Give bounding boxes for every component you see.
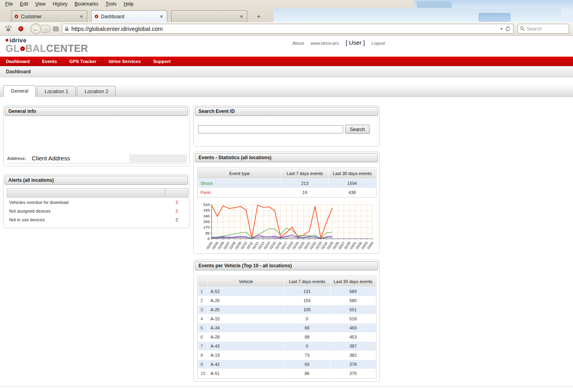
svg-text:0: 0 xyxy=(208,236,210,241)
table-row: 7A-430387 xyxy=(198,342,376,350)
forward-button[interactable]: → xyxy=(41,25,51,33)
nav-support[interactable]: Support xyxy=(147,57,176,66)
tab-favicon-icon xyxy=(95,15,98,18)
reload-icon[interactable] xyxy=(505,26,511,32)
menu-history[interactable]: History xyxy=(49,0,71,8)
address-value: Client Address xyxy=(32,155,129,162)
tab-general[interactable]: General xyxy=(3,85,36,97)
nav-dashboard[interactable]: Dashboard xyxy=(0,57,36,66)
nav-events[interactable]: Events xyxy=(36,57,63,66)
alerts-table: Vehicles overdue for download3Not assign… xyxy=(6,188,189,224)
event-id-input[interactable] xyxy=(198,125,343,133)
url-text[interactable]: https://globalcenter.idriveglobal.com xyxy=(71,26,498,32)
tab-close-icon[interactable]: × xyxy=(239,13,244,19)
browser-tabs: Customer×Dashboard××+ xyxy=(0,9,264,22)
svg-text:85: 85 xyxy=(205,231,210,235)
nav-idrive-services[interactable]: Idrive Services xyxy=(102,57,147,66)
column-header xyxy=(165,188,188,198)
svg-text:170: 170 xyxy=(203,225,210,229)
alerts-panel: Alerts (all locations) Vehicles overdue … xyxy=(3,174,189,228)
panel-title: General info xyxy=(5,107,188,116)
logo-ring-icon xyxy=(20,46,25,51)
site-logo[interactable]: idrive GL BAL CENTER xyxy=(6,37,88,54)
background-window xyxy=(273,8,573,22)
logo-text-gl: GL xyxy=(6,43,20,54)
statistics-table: Event typeLast 7 days eventsLast 30 days… xyxy=(197,167,376,198)
tab-close-icon[interactable]: × xyxy=(79,13,84,19)
header-link-logout[interactable]: Logout xyxy=(372,41,385,46)
alerts-tbody: Vehicles overdue for download3Not assign… xyxy=(7,198,188,224)
table-row: 9A-4269378 xyxy=(198,360,376,369)
main-nav: DashboardEventsGPS TrackerIdrive Service… xyxy=(0,57,573,66)
column-header: Vehicle xyxy=(208,276,284,287)
panel-title: Alerts (all locations) xyxy=(5,176,188,185)
back-button[interactable]: ← xyxy=(31,23,41,34)
stats-head-row: Event typeLast 7 days eventsLast 30 days… xyxy=(198,168,376,179)
column-header: Last 30 days events xyxy=(329,168,376,179)
column-header xyxy=(198,276,208,287)
panel-title: Events - Statistics (all locations) xyxy=(195,153,378,162)
header-links: Aboutwww.idrive.pro[ User ]Logout xyxy=(292,39,385,46)
column-header: Event type xyxy=(198,168,281,179)
column-header: Last 30 days events xyxy=(330,276,376,287)
browser-chrome: FileEditViewHistoryBookmarksToolsHelp Cu… xyxy=(0,0,573,36)
background-window xyxy=(561,9,573,22)
breadcrumb: Dashboard xyxy=(0,66,573,77)
stats-row: Panic19438 xyxy=(198,188,376,197)
tab-title: Dashboard xyxy=(101,14,159,19)
navigation-toolbar: ← → https://globalcenter.idriveglobal.co… xyxy=(0,22,573,36)
new-tab-button[interactable]: + xyxy=(254,13,264,21)
vehicle-head-row: VehicleLast 7 days eventsLast 30 days ev… xyxy=(198,276,376,287)
panel-title: Events per Vehicle (Top 10 - all locatio… xyxy=(195,261,378,270)
logo-globalcenter: GL BAL CENTER xyxy=(6,43,88,54)
table-row: 6A-2888453 xyxy=(198,333,376,341)
menu-help[interactable]: Help xyxy=(120,0,137,8)
menu-file[interactable]: File xyxy=(2,0,16,8)
general-info-panel: General info Address: Client Address xyxy=(3,105,189,166)
menu-bookmarks[interactable]: Bookmarks xyxy=(71,0,102,8)
table-row: 2A-26155580 xyxy=(198,296,376,305)
svg-text:425: 425 xyxy=(203,208,210,212)
browser-search-input[interactable] xyxy=(527,26,562,32)
search-icon xyxy=(520,26,525,31)
header-link-site[interactable]: www.idrive.pro xyxy=(311,41,339,46)
browser-search[interactable] xyxy=(518,24,569,34)
address-row: Address: Client Address xyxy=(7,153,187,164)
menu-edit[interactable]: Edit xyxy=(16,0,32,8)
panel-title: Search Event ID xyxy=(195,107,378,116)
bookmarks-icon[interactable] xyxy=(53,27,59,31)
search-event-panel: Search Event ID Search xyxy=(193,105,380,147)
search-button[interactable]: Search xyxy=(345,125,370,134)
header-link-user[interactable]: [ User ] xyxy=(346,39,365,46)
browser-tab-dashboard[interactable]: Dashboard× xyxy=(91,10,167,22)
tab-close-icon[interactable]: × xyxy=(159,13,164,19)
browser-tab-customer[interactable]: Customer× xyxy=(11,10,87,22)
menu-tools[interactable]: Tools xyxy=(102,0,120,8)
url-dropdown-icon[interactable]: ▾ xyxy=(498,27,505,31)
address-label: Address: xyxy=(7,156,32,161)
record-icon[interactable] xyxy=(18,26,23,31)
menu-view[interactable]: View xyxy=(32,0,49,8)
logo-ring-icon xyxy=(6,39,8,42)
table-row: 3A-25105551 xyxy=(198,305,376,314)
tab-location-1[interactable]: Location 1 xyxy=(37,86,76,96)
paw-icon[interactable] xyxy=(4,25,13,33)
statistics-panel: Events - Statistics (all locations) Even… xyxy=(193,152,380,254)
vehicle-tbody: 1A-521315892A-261555803A-251055514A-1505… xyxy=(198,287,376,378)
column-header: Last 7 days events xyxy=(284,276,330,287)
chart-series-gray xyxy=(212,237,332,238)
tab-location-2[interactable]: Location 2 xyxy=(77,86,116,96)
stats-row: Shock2131594 xyxy=(198,179,376,188)
nav-gps-tracker[interactable]: GPS Tracker xyxy=(63,57,102,66)
svg-text:510: 510 xyxy=(203,202,210,207)
url-bar[interactable]: https://globalcenter.idriveglobal.com ▾ xyxy=(62,24,514,34)
browser-tab-blank[interactable]: × xyxy=(171,10,247,22)
header-link-about[interactable]: About xyxy=(292,41,304,46)
page-footer-line xyxy=(0,386,573,387)
column-header: Last 7 days events xyxy=(281,168,328,179)
column-header xyxy=(7,188,165,198)
events-per-vehicle-panel: Events per Vehicle (Top 10 - all locatio… xyxy=(193,260,380,382)
page-tabs: GeneralLocation 1Location 2 xyxy=(0,85,573,97)
background-window xyxy=(479,13,510,21)
vehicle-table: VehicleLast 7 days eventsLast 30 days ev… xyxy=(197,276,376,379)
